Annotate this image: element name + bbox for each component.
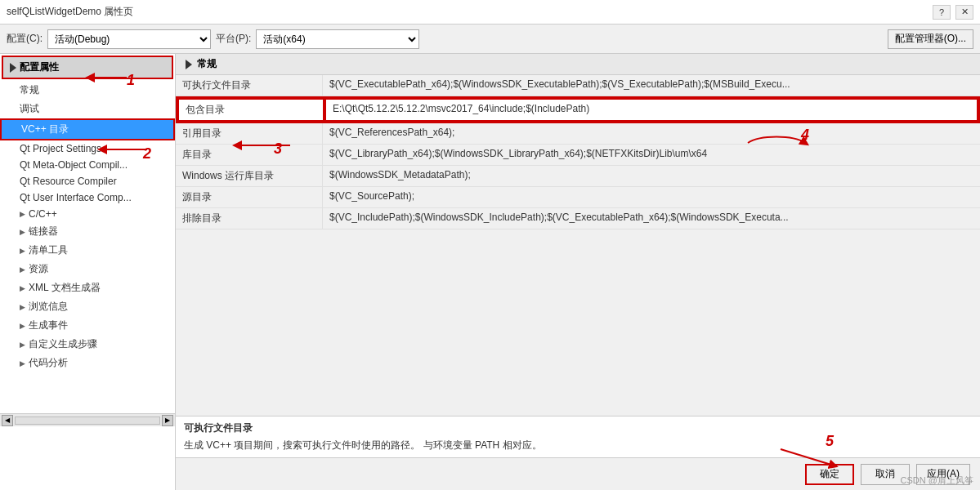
tree-items: 常规 调试 VC++ 目录 Qt Project Settings Qt Met…	[0, 81, 175, 372]
tree-item-linker[interactable]: ▶ 链接器	[0, 222, 175, 241]
prop-name-reference: 引用目录	[176, 123, 323, 144]
qt-project-label: Qt Project Settings	[20, 143, 101, 154]
manifest-arrow: ▶	[20, 247, 25, 255]
prop-name-library: 库目录	[176, 145, 323, 165]
bottom-description: 可执行文件目录 生成 VC++ 项目期间，搜索可执行文件时使用的路径。 与环境变…	[176, 416, 980, 457]
right-panel: 常规 可执行文件目录 $(VC_ExecutablePath_x64);$(Wi…	[176, 54, 980, 490]
prop-value-winlib: $(WindowsSDK_MetadataPath);	[323, 166, 980, 186]
prop-value-include: E:\Qt\Qt5.12.2\5.12.2\msvc2017_64\includ…	[324, 98, 978, 122]
prop-name-source: 源目录	[176, 187, 323, 207]
cpp-label: C/C++	[29, 208, 57, 220]
prop-value-exclude: $(VC_IncludePath);$(WindowsSDK_IncludePa…	[323, 208, 980, 229]
scroll-right-btn[interactable]: ▶	[162, 415, 173, 426]
ok-button[interactable]: 确定	[805, 464, 854, 485]
linker-arrow: ▶	[20, 228, 25, 236]
prop-name-include: 包含目录	[177, 98, 324, 122]
linker-label: 链接器	[29, 225, 58, 238]
tree-item-qt-meta[interactable]: Qt Meta-Object Compil...	[0, 157, 175, 173]
tree-item-vcpp[interactable]: VC++ 目录	[0, 118, 175, 140]
browse-label: 浏览信息	[29, 300, 68, 314]
tree-item-general[interactable]: 常规	[0, 81, 175, 100]
prop-row-library[interactable]: 库目录 $(VC_LibraryPath_x64);$(WindowsSDK_L…	[176, 145, 980, 166]
help-button[interactable]: ?	[933, 5, 951, 20]
tree-item-debug[interactable]: 调试	[0, 100, 175, 118]
tree-item-custom-build[interactable]: ▶ 自定义生成步骤	[0, 335, 175, 354]
debug-label: 调试	[20, 102, 39, 116]
general-label: 常规	[20, 83, 39, 97]
main-content: 配置属性 常规 调试 VC++ 目录 Qt Project Settings Q…	[0, 54, 980, 490]
window-title: selfQListWidgetDemo 属性页	[7, 5, 133, 19]
title-bar-buttons: ? ✕	[933, 5, 973, 20]
build-events-arrow: ▶	[20, 322, 25, 330]
manager-button[interactable]: 配置管理器(O)...	[888, 29, 973, 49]
left-panel-scrollbar: ◀ ▶	[0, 413, 175, 426]
platform-select[interactable]: 活动(x64)	[256, 29, 419, 49]
prop-row-reference[interactable]: 引用目录 $(VC_ReferencesPath_x64);	[176, 123, 980, 145]
section-triangle-icon	[186, 60, 192, 69]
prop-name-exclude: 排除目录	[176, 208, 323, 229]
build-events-label: 生成事件	[29, 318, 68, 332]
tree-item-xml[interactable]: ▶ XML 文档生成器	[0, 278, 175, 297]
tree-item-qt-res[interactable]: Qt Resource Compiler	[0, 173, 175, 189]
prop-name-executable: 可执行文件目录	[176, 75, 323, 96]
left-panel: 配置属性 常规 调试 VC++ 目录 Qt Project Settings Q…	[0, 54, 176, 490]
config-label: 配置(C):	[7, 32, 43, 46]
watermark: CSDN @肩上风筝	[901, 474, 973, 487]
browse-arrow: ▶	[20, 303, 25, 311]
right-panel-header: 常规	[176, 54, 980, 75]
bottom-desc-title: 可执行文件目录	[184, 421, 972, 435]
qt-res-label: Qt Resource Compiler	[20, 176, 117, 187]
bottom-desc-text: 生成 VC++ 项目期间，搜索可执行文件时使用的路径。 与环境变量 PATH 相…	[184, 439, 972, 452]
config-props-label: 配置属性	[20, 60, 59, 74]
tree-item-manifest[interactable]: ▶ 清单工具	[0, 241, 175, 260]
left-panel-header: 配置属性	[2, 56, 173, 79]
expand-icon	[10, 63, 16, 73]
footer: 确定 取消 应用(A)	[176, 457, 980, 490]
tree-item-qt-ui[interactable]: Qt User Interface Comp...	[0, 189, 175, 206]
prop-value-executable: $(VC_ExecutablePath_x64);$(WindowsSDK_Ex…	[323, 75, 980, 96]
platform-label: 平台(P):	[216, 32, 251, 46]
custom-build-label: 自定义生成步骤	[29, 337, 97, 351]
prop-row-include[interactable]: 包含目录 E:\Qt\Qt5.12.2\5.12.2\msvc2017_64\i…	[176, 96, 980, 123]
cpp-arrow: ▶	[20, 210, 25, 218]
prop-value-library: $(VC_LibraryPath_x64);$(WindowsSDK_Libra…	[323, 145, 980, 165]
qt-ui-label: Qt User Interface Comp...	[20, 192, 132, 203]
main-window: selfQListWidgetDemo 属性页 ? ✕ 配置(C): 活动(De…	[0, 0, 980, 490]
prop-row-winlib[interactable]: Windows 运行库目录 $(WindowsSDK_MetadataPath)…	[176, 166, 980, 187]
vcpp-label: VC++ 目录	[21, 122, 69, 136]
prop-value-source: $(VC_SourcePath);	[323, 187, 980, 207]
section-title: 常规	[197, 57, 217, 71]
title-bar: selfQListWidgetDemo 属性页 ? ✕	[0, 0, 980, 24]
prop-row-executable[interactable]: 可执行文件目录 $(VC_ExecutablePath_x64);$(Windo…	[176, 75, 980, 96]
resources-label: 资源	[29, 262, 48, 276]
scroll-left-btn[interactable]: ◀	[2, 415, 13, 426]
prop-row-source[interactable]: 源目录 $(VC_SourcePath);	[176, 187, 980, 208]
manifest-label: 清单工具	[29, 243, 68, 257]
custom-build-arrow: ▶	[20, 341, 25, 349]
config-select[interactable]: 活动(Debug)	[47, 29, 211, 49]
tree-item-cpp[interactable]: ▶ C/C++	[0, 206, 175, 222]
qt-meta-label: Qt Meta-Object Compil...	[20, 159, 128, 171]
scroll-track[interactable]	[15, 416, 160, 425]
xml-label: XML 文档生成器	[29, 281, 101, 295]
props-scroll-area[interactable]: 可执行文件目录 $(VC_ExecutablePath_x64);$(Windo…	[176, 75, 980, 416]
tree-item-browse[interactable]: ▶ 浏览信息	[0, 297, 175, 316]
code-analysis-label: 代码分析	[29, 356, 68, 370]
tree-item-build-events[interactable]: ▶ 生成事件	[0, 316, 175, 335]
close-button[interactable]: ✕	[955, 5, 973, 20]
tree-item-resources[interactable]: ▶ 资源	[0, 260, 175, 278]
code-analysis-arrow: ▶	[20, 359, 25, 368]
xml-arrow: ▶	[20, 284, 25, 292]
prop-value-reference: $(VC_ReferencesPath_x64);	[323, 123, 980, 144]
toolbar: 配置(C): 活动(Debug) 平台(P): 活动(x64) 配置管理器(O)…	[0, 24, 980, 54]
tree-item-qt-project[interactable]: Qt Project Settings	[0, 140, 175, 157]
prop-row-exclude[interactable]: 排除目录 $(VC_IncludePath);$(WindowsSDK_Incl…	[176, 208, 980, 229]
resources-arrow: ▶	[20, 265, 25, 274]
tree-item-code-analysis[interactable]: ▶ 代码分析	[0, 354, 175, 372]
prop-name-winlib: Windows 运行库目录	[176, 166, 323, 186]
